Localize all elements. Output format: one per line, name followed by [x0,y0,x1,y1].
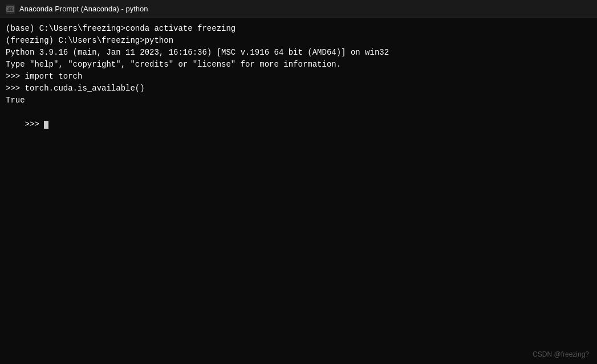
title-bar: C:\ Anaconda Prompt (Anaconda) - python [0,0,597,18]
terminal-line-3: (freezing) C:\Users\freezing>python [6,35,591,47]
svg-text:C:\: C:\ [7,7,14,11]
terminal-line-9: >>> [6,107,591,142]
terminal-icon: C:\ [6,5,15,14]
terminal-line-4: Python 3.9.16 (main, Jan 11 2023, 16:16:… [6,47,591,59]
terminal-line-5: Type "help", "copyright", "credits" or "… [6,59,591,71]
watermark: CSDN @freezing? [533,350,589,358]
terminal-line-1: (base) C:\Users\freezing>conda activate … [6,23,591,35]
title-bar-text: Anaconda Prompt (Anaconda) - python [19,5,148,13]
terminal-body[interactable]: (base) C:\Users\freezing>conda activate … [0,18,597,364]
terminal-line-8: True [6,95,591,107]
terminal-line-7: >>> torch.cuda.is_available() [6,83,591,95]
terminal-line-6: >>> import torch [6,71,591,83]
